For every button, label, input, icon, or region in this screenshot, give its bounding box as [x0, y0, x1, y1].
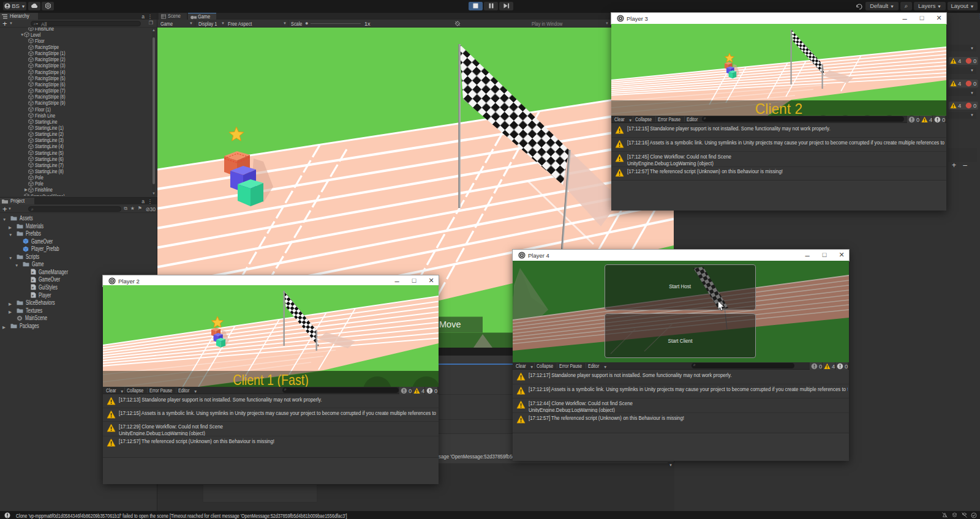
svg-text:#: #	[32, 294, 34, 297]
svg-text:Move: Move	[439, 319, 461, 329]
svg-text:#: #	[32, 271, 34, 274]
svg-text:#: #	[32, 286, 34, 289]
svg-text:#: #	[32, 278, 34, 282]
